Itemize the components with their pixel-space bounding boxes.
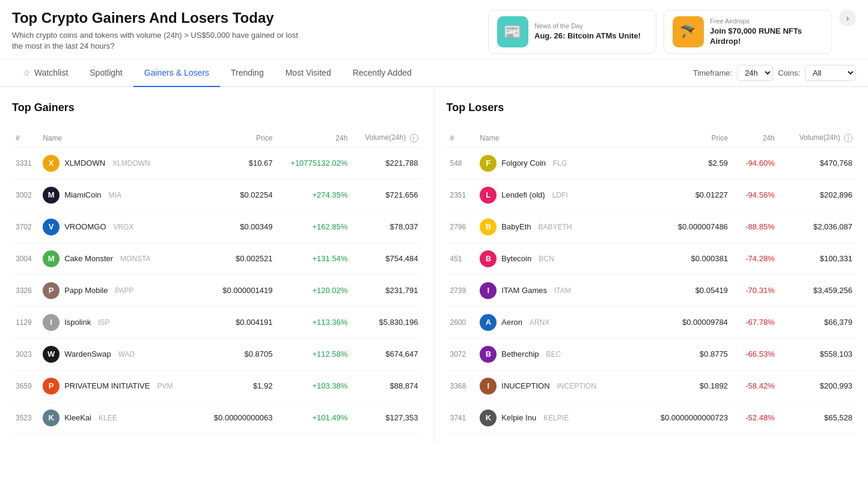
losers-rank-6: 3072	[447, 338, 477, 370]
gainers-volume-info-icon[interactable]: i	[410, 134, 418, 142]
losers-row: 2600 A Aeron ARNX $0.00009784 -67.78% $6…	[447, 306, 857, 338]
tab-most-visited[interactable]: Most Visited	[275, 59, 342, 87]
gainers-coin-icon-7: P	[43, 378, 60, 395]
losers-panel: Top Losers # Name Price 24h Volume(24h) …	[447, 87, 857, 444]
losers-col-rank: #	[447, 129, 477, 147]
losers-coin-ticker-8: KELPIE	[543, 414, 569, 422]
gainers-coin-ticker-4: PAPP	[115, 286, 133, 295]
timeframe-select[interactable]: 24h 1h 7d	[737, 65, 773, 81]
gainers-name-5[interactable]: I Ispolink ISP	[39, 306, 199, 338]
gainers-name-1[interactable]: M MiamiCoin MIA	[39, 179, 199, 211]
news-card-1-title: Aug. 26: Bitcoin ATMs Unite!	[534, 31, 641, 41]
losers-col-24h: 24h	[732, 129, 778, 147]
gainers-rank-5: 1129	[12, 306, 39, 338]
tab-recently-added[interactable]: Recently Added	[342, 59, 423, 87]
gainers-row: 3659 P PRIVATEUM INITIATIVE PVM $1.92 +1…	[12, 370, 422, 402]
tab-spotlight[interactable]: Spotlight	[79, 59, 133, 87]
losers-volume-2: $2,036,087	[778, 211, 856, 243]
gainers-coin-ticker-1: MIA	[109, 191, 121, 199]
tab-watchlist[interactable]: ☆ Watchlist	[12, 59, 79, 87]
losers-name-1[interactable]: L Lendefi (old) LDFI	[476, 179, 635, 211]
gainers-price-2: $0.00349	[200, 211, 277, 243]
gainers-name-3[interactable]: M Cake Monster MONSTA	[39, 243, 199, 274]
gainers-volume-2: $78,037	[351, 211, 421, 243]
gainers-change-6: +112.58%	[276, 338, 351, 370]
losers-volume-5: $66,379	[778, 306, 856, 338]
tab-gainers-losers[interactable]: Gainers & Losers	[133, 59, 220, 87]
losers-price-3: $0.000381	[635, 243, 732, 274]
losers-row: 3741 K Kelpie Inu KELPIE $0.000000000072…	[447, 402, 857, 434]
losers-rank-5: 2600	[447, 306, 477, 338]
gainers-table: # Name Price 24h Volume(24h) i 3331 X XL…	[12, 129, 422, 434]
gainers-change-4: +120.02%	[276, 274, 351, 306]
gainers-volume-8: $127,353	[351, 402, 421, 434]
losers-coin-icon-8: K	[480, 410, 497, 426]
gainers-row: 3702 V VROOMGO VRGX $0.00349 +162.85% $7…	[12, 211, 422, 243]
gainers-coin-icon-0: X	[43, 155, 60, 172]
losers-change-8: -52.48%	[732, 402, 778, 434]
losers-coin-icon-4: I	[480, 282, 497, 299]
news-next-button[interactable]: ›	[839, 10, 856, 26]
losers-coin-name-1: Lendefi (old)	[501, 190, 545, 199]
losers-col-name: Name	[476, 129, 635, 147]
gainers-name-0[interactable]: X XLMDOWN XLMDOWN	[39, 147, 199, 179]
losers-name-8[interactable]: K Kelpie Inu KELPIE	[476, 402, 635, 434]
losers-name-3[interactable]: B Bytecoin BCN	[476, 243, 635, 274]
gainers-title: Top Gainers	[12, 97, 422, 119]
timeframe-label: Timeframe:	[693, 68, 732, 77]
losers-name-0[interactable]: F Folgory Coin FLG	[476, 147, 635, 179]
gainers-volume-7: $88,874	[351, 370, 421, 402]
losers-volume-8: $65,528	[778, 402, 856, 434]
losers-name-5[interactable]: A Aeron ARNX	[476, 306, 635, 338]
losers-coin-name-3: Bytecoin	[501, 254, 531, 263]
losers-name-4[interactable]: I ITAM Games ITAM	[476, 274, 635, 306]
losers-row: 548 F Folgory Coin FLG $2.59 -94.60% $47…	[447, 147, 857, 179]
coins-select[interactable]: All Top 100 Top 500	[805, 65, 856, 81]
losers-name-7[interactable]: I INUCEPTION INCEPTION	[476, 370, 635, 402]
losers-row: 2739 I ITAM Games ITAM $0.05419 -70.31% …	[447, 274, 857, 306]
losers-coin-ticker-4: ITAM	[554, 286, 571, 295]
gainers-volume-6: $674,647	[351, 338, 421, 370]
losers-change-5: -67.78%	[732, 306, 778, 338]
news-card-2-content: Free Airdrops Join $70,000 RUNE NFTs Air…	[710, 17, 823, 47]
gainers-name-6[interactable]: W WardenSwap WAD	[39, 338, 199, 370]
losers-volume-0: $470,768	[778, 147, 856, 179]
top-bar: Top Crypto Gainers And Losers Today Whic…	[0, 0, 868, 87]
news-card-1[interactable]: 📰 News of the Day Aug. 26: Bitcoin ATMs …	[488, 10, 656, 54]
losers-change-3: -74.28%	[732, 243, 778, 274]
gainers-name-7[interactable]: P PRIVATEUM INITIATIVE PVM	[39, 370, 199, 402]
losers-row: 3072 B Betherchip BEC $0.8775 -66.53% $5…	[447, 338, 857, 370]
gainers-volume-5: $5,830,196	[351, 306, 421, 338]
gainers-rank-4: 3326	[12, 274, 39, 306]
gainers-coin-name-5: Ispolink	[64, 318, 91, 327]
news-card-2[interactable]: 🪂 Free Airdrops Join $70,000 RUNE NFTs A…	[664, 10, 832, 54]
tab-trending[interactable]: Trending	[220, 59, 275, 87]
gainers-coin-ticker-6: WAD	[118, 350, 135, 358]
gainers-rank-0: 3331	[12, 147, 39, 179]
losers-name-6[interactable]: B Betherchip BEC	[476, 338, 635, 370]
gainers-name-8[interactable]: K KleeKai KLEE	[39, 402, 199, 434]
news-card-1-label: News of the Day	[534, 22, 641, 29]
losers-name-2[interactable]: B BabyEth BABYETH	[476, 211, 635, 243]
losers-rank-1: 2351	[447, 179, 477, 211]
gainers-coin-name-4: Papp Mobile	[64, 286, 108, 295]
tab-spotlight-label: Spotlight	[90, 68, 122, 77]
gainers-panel: Top Gainers # Name Price 24h Volume(24h)…	[12, 87, 422, 444]
losers-volume-info-icon[interactable]: i	[844, 134, 852, 142]
gainers-coin-ticker-3: MONSTA	[120, 255, 150, 263]
main-content: Top Gainers # Name Price 24h Volume(24h)…	[0, 87, 868, 444]
gainers-row: 3004 M Cake Monster MONSTA $0.002521 +13…	[12, 243, 422, 274]
gainers-coin-icon-1: M	[43, 187, 60, 204]
gainers-coin-icon-3: M	[43, 250, 60, 267]
losers-col-price: Price	[635, 129, 732, 147]
gainers-coin-ticker-7: PVM	[157, 382, 173, 390]
losers-coin-icon-2: B	[480, 219, 497, 235]
panel-divider	[434, 87, 435, 444]
gainers-row: 3002 M MiamiCoin MIA $0.02254 +274.35% $…	[12, 179, 422, 211]
gainers-name-2[interactable]: V VROOMGO VRGX	[39, 211, 199, 243]
losers-price-0: $2.59	[635, 147, 732, 179]
gainers-coin-icon-8: K	[43, 410, 60, 426]
gainers-name-4[interactable]: P Papp Mobile PAPP	[39, 274, 199, 306]
page-title: Top Crypto Gainers And Losers Today	[12, 10, 483, 26]
gainers-coin-name-1: MiamiCoin	[64, 190, 101, 199]
